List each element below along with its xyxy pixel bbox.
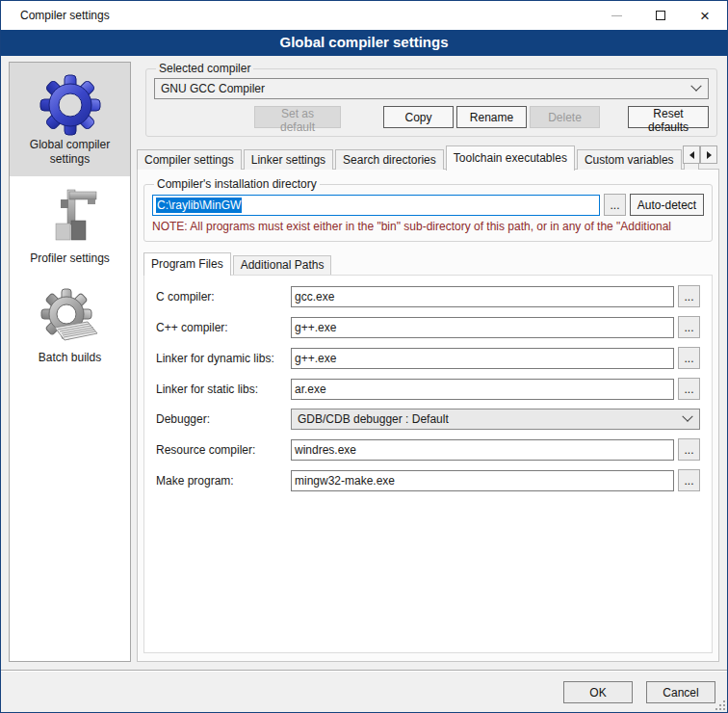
toolchain-executables-page: Compiler's installation directory C:\ray… (137, 169, 719, 662)
field-row-debugger: Debugger: GDB/CDB debugger : Default (156, 409, 700, 430)
install-dir-selected-text: C:\raylib\MinGW (156, 198, 242, 213)
resource-compiler-input[interactable]: windres.exe (291, 439, 674, 461)
tab-scroll-buttons (683, 145, 717, 164)
subtab-program-files[interactable]: Program Files (143, 252, 231, 276)
field-value: gcc.exe (295, 290, 334, 304)
sidebar-item-global-compiler-settings[interactable]: Global compiler settings (10, 63, 130, 176)
reset-defaults-button[interactable]: Reset defaults (628, 106, 709, 128)
settings-category-sidebar: Global compiler settings Profiler settin… (9, 62, 131, 662)
c-compiler-browse-button[interactable]: ... (678, 285, 700, 307)
copy-button[interactable]: Copy (383, 106, 454, 128)
tab-scroll-left-button[interactable] (683, 145, 700, 164)
compiler-actions-row: Set as default Copy Rename Delete Reset … (154, 106, 709, 128)
make-program-browse-button[interactable]: ... (678, 469, 700, 491)
linker-dynamic-input[interactable]: g++.exe (291, 348, 674, 369)
tab-compiler-settings[interactable]: Compiler settings (137, 149, 242, 170)
field-label: Debugger: (156, 412, 291, 426)
tab-custom-variables[interactable]: Custom variables (577, 149, 682, 170)
minimize-icon (611, 15, 622, 16)
dialog-content: Global compiler settings Profiler settin… (1, 56, 727, 670)
maximize-button[interactable] (638, 1, 683, 30)
dialog-footer: OK Cancel (563, 681, 715, 703)
field-row-c-compiler: C compiler: gcc.exe ... (156, 285, 700, 307)
minimize-button[interactable] (594, 1, 638, 30)
resize-grip[interactable] (715, 700, 725, 710)
sidebar-item-profiler-settings[interactable]: Profiler settings (10, 176, 130, 276)
field-value: g++.exe (295, 321, 336, 334)
auto-detect-button[interactable]: Auto-detect (630, 194, 704, 216)
title-bar: Compiler settings × (1, 1, 727, 30)
field-value: g++.exe (295, 352, 336, 365)
chevron-down-icon (682, 411, 692, 422)
field-label: Linker for dynamic libs: (156, 352, 291, 365)
field-row-cpp-compiler: C++ compiler: g++.exe ... (156, 316, 700, 338)
linker-static-browse-button[interactable]: ... (678, 378, 700, 400)
install-dir-input[interactable]: C:\raylib\MinGW (152, 195, 600, 216)
subtab-additional-paths[interactable]: Additional Paths (233, 255, 332, 275)
window-controls: × (594, 1, 727, 30)
delete-button[interactable]: Delete (530, 106, 600, 128)
install-dir-browse-button[interactable]: ... (604, 194, 626, 216)
field-label: Linker for static libs: (156, 383, 291, 396)
field-row-linker-static: Linker for static libs: ar.exe ... (156, 378, 700, 400)
linker-dynamic-browse-button[interactable]: ... (678, 347, 700, 369)
ok-button[interactable]: OK (563, 681, 633, 703)
gear-stack-icon (39, 287, 101, 349)
sidebar-item-label: Batch builds (12, 351, 128, 365)
page-title: Global compiler settings (1, 30, 727, 56)
tab-linker-settings[interactable]: Linker settings (244, 149, 333, 170)
settings-main-panel: Selected compiler GNU GCC Compiler Set a… (137, 62, 719, 662)
blue-gear-icon (39, 74, 101, 136)
selected-compiler-group-label: Selected compiler (156, 62, 253, 75)
close-button[interactable]: × (683, 1, 727, 30)
install-dir-group: Compiler's installation directory C:\ray… (143, 177, 713, 242)
field-value: mingw32-make.exe (295, 474, 395, 488)
sidebar-item-batch-builds[interactable]: Batch builds (10, 276, 130, 375)
cpp-compiler-browse-button[interactable]: ... (678, 316, 700, 338)
debugger-combobox[interactable]: GDB/CDB debugger : Default (291, 409, 700, 430)
close-icon: × (700, 8, 710, 24)
make-program-input[interactable]: mingw32-make.exe (291, 470, 674, 491)
selected-compiler-group: Selected compiler GNU GCC Compiler Set a… (145, 62, 717, 137)
debugger-value: GDB/CDB debugger : Default (298, 412, 684, 426)
field-label: Make program: (156, 474, 291, 488)
cpp-compiler-input[interactable]: g++.exe (291, 317, 674, 338)
field-row-linker-dynamic: Linker for dynamic libs: g++.exe ... (156, 347, 700, 369)
cancel-button[interactable]: Cancel (646, 681, 715, 703)
sidebar-item-label: Global compiler settings (12, 138, 128, 167)
caliper-icon (39, 188, 101, 250)
arrow-right-icon (707, 151, 712, 159)
install-dir-row: C:\raylib\MinGW ... Auto-detect (152, 194, 704, 216)
rename-button[interactable]: Rename (456, 106, 527, 128)
tab-scroll-right-button[interactable] (700, 145, 717, 164)
linker-static-input[interactable]: ar.exe (291, 379, 674, 400)
toolchain-subtabstrip: Program Files Additional Paths (143, 251, 718, 275)
field-label: Resource compiler: (156, 443, 291, 457)
c-compiler-input[interactable]: gcc.exe (291, 286, 674, 307)
resource-compiler-browse-button[interactable]: ... (678, 438, 700, 461)
field-value: windres.exe (295, 443, 356, 457)
chevron-down-icon (690, 81, 701, 92)
field-value: ar.exe (295, 383, 326, 396)
compiler-settings-tabstrip: Compiler settings Linker settings Search… (137, 145, 719, 170)
footer-separator (1, 670, 727, 672)
install-dir-note: NOTE: All programs must exist either in … (152, 220, 704, 233)
selected-compiler-combobox[interactable]: GNU GCC Compiler (154, 78, 709, 99)
selected-compiler-value: GNU GCC Compiler (161, 82, 692, 95)
sidebar-item-label: Profiler settings (12, 251, 128, 266)
install-dir-group-label: Compiler's installation directory (154, 177, 320, 191)
window-title: Compiler settings (1, 9, 110, 22)
field-label: C++ compiler: (156, 321, 291, 334)
field-label: C compiler: (156, 290, 291, 304)
compiler-settings-window: Compiler settings × Global compiler sett… (0, 0, 728, 713)
program-files-panel: C compiler: gcc.exe ... C++ compiler: g+… (143, 275, 713, 653)
set-as-default-button[interactable]: Set as default (254, 106, 341, 128)
tab-toolchain-executables[interactable]: Toolchain executables (446, 145, 575, 171)
arrow-left-icon (689, 151, 694, 159)
maximize-icon (656, 11, 665, 20)
field-row-make-program: Make program: mingw32-make.exe ... (156, 469, 700, 491)
field-row-resource-compiler: Resource compiler: windres.exe ... (156, 438, 700, 461)
tab-search-directories[interactable]: Search directories (335, 149, 444, 170)
